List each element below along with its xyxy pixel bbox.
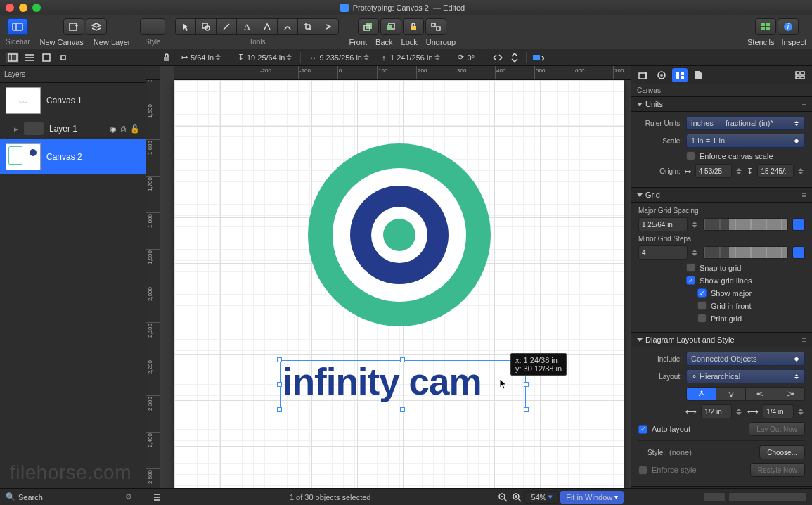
x-field[interactable]: ↦5/64 in: [176, 52, 230, 63]
disclosure-icon[interactable]: ▸: [14, 124, 18, 134]
ruler-origin[interactable]: [146, 66, 160, 80]
close-window[interactable]: [6, 4, 14, 12]
show-major-check[interactable]: Show major: [697, 288, 752, 298]
handle-se[interactable]: [524, 407, 529, 412]
canvas-viewport[interactable]: infinity cam x: 1 24/38 iny: 30 12/38 in: [160, 80, 631, 488]
flip-v-icon[interactable]: [508, 51, 522, 64]
handle-sw[interactable]: [277, 407, 282, 412]
insp-object-icon[interactable]: [636, 68, 651, 82]
zoom-window[interactable]: [32, 4, 41, 12]
horizontal-ruler[interactable]: -200-1000100200300400500600700800900: [174, 66, 631, 80]
insp-properties-icon[interactable]: [654, 68, 669, 82]
style-well[interactable]: [140, 18, 165, 35]
insp-canvas-icon[interactable]: [672, 68, 688, 82]
major-grid-field[interactable]: 1 25/64 in: [638, 217, 688, 231]
align-dropdown[interactable]: [531, 51, 545, 64]
guides-view-icon[interactable]: [56, 51, 70, 64]
diagram-header[interactable]: Diagram Layout and Style≡: [631, 332, 812, 347]
ruler-units-select[interactable]: inches — fractional (in)*: [686, 116, 805, 130]
zoom-field[interactable]: 54% ▾: [524, 491, 559, 504]
tool-shape[interactable]: [195, 18, 217, 35]
handle-w[interactable]: [277, 382, 282, 387]
front-button[interactable]: [358, 18, 379, 35]
tool-text[interactable]: A: [236, 18, 257, 35]
selected-text-object[interactable]: infinity cam: [280, 360, 526, 409]
enforce-style-check[interactable]: Enforce style: [638, 466, 697, 475]
section-menu-icon[interactable]: ≡: [802, 100, 806, 108]
grid-header[interactable]: Grid≡: [631, 187, 812, 203]
minor-grid-field[interactable]: 4: [638, 245, 688, 260]
lock-icon[interactable]: 🔓: [130, 124, 140, 134]
canvas-item-1[interactable]: ▭▭ Canvas 1: [0, 83, 146, 118]
minor-grid-color[interactable]: [792, 246, 805, 259]
stencils-button[interactable]: [755, 18, 776, 35]
back-button[interactable]: [380, 18, 401, 35]
tool-point[interactable]: [277, 18, 298, 35]
layers-view-icon[interactable]: [6, 51, 20, 64]
dir-right[interactable]: [746, 388, 775, 400]
handle-s[interactable]: [400, 407, 405, 412]
w-stepper[interactable]: [363, 52, 370, 63]
layer-item-1[interactable]: ▸ Layer 1 ◉ ⎙ 🔓: [0, 118, 146, 139]
insp-document-icon[interactable]: [690, 68, 706, 82]
flip-h-icon[interactable]: [491, 51, 505, 64]
x-stepper[interactable]: [215, 52, 222, 63]
handle-e[interactable]: [524, 382, 529, 387]
sidebar-toggle[interactable]: [7, 18, 28, 35]
h-field[interactable]: ↕1 241/256 in: [376, 52, 444, 63]
include-select[interactable]: Connected Objects: [686, 352, 805, 366]
dir-down[interactable]: [687, 388, 716, 400]
choose-style-button[interactable]: Choose...: [759, 445, 805, 459]
units-header[interactable]: Units≡: [631, 96, 812, 112]
layers-tab[interactable]: Layers: [4, 70, 25, 78]
fit-window-button[interactable]: Fit in Window ▾: [560, 491, 624, 504]
show-grid-check[interactable]: Show grid lines: [686, 276, 752, 285]
status-swatch-1[interactable]: [704, 493, 725, 501]
scale-select[interactable]: 1 in = 1 in: [686, 134, 805, 148]
tool-browse[interactable]: [318, 18, 339, 35]
canvas-data-header[interactable]: Canvas Data≡: [631, 486, 812, 488]
grid-front-check[interactable]: Grid in front: [697, 301, 751, 310]
selection-view-icon[interactable]: [39, 51, 53, 64]
inspect-button[interactable]: i: [778, 18, 799, 35]
vgap-field[interactable]: 1/2 in: [701, 404, 732, 418]
snap-grid-check[interactable]: Snap to grid: [686, 263, 741, 272]
ungroup-button[interactable]: [425, 18, 446, 35]
y-field[interactable]: ↧19 25/64 in: [233, 52, 296, 63]
search-field[interactable]: 🔍Search: [6, 492, 118, 501]
lock-button[interactable]: [403, 18, 424, 35]
print-icon[interactable]: ⎙: [121, 124, 126, 134]
origin-y-field[interactable]: 15 245/:: [757, 164, 794, 178]
h-stepper[interactable]: [434, 52, 442, 63]
canvas-page[interactable]: infinity cam x: 1 24/38 iny: 30 12/38 in: [174, 80, 624, 488]
major-grid-style[interactable]: [703, 218, 788, 231]
rotation-field[interactable]: ⟳0°: [453, 53, 482, 63]
outline-view-icon[interactable]: [22, 51, 37, 64]
tool-select[interactable]: [175, 18, 196, 35]
zoom-out-button[interactable]: [496, 491, 509, 504]
settings-gear-icon[interactable]: ⚙: [125, 492, 132, 501]
major-grid-color[interactable]: [792, 218, 805, 231]
handle-n[interactable]: [400, 357, 405, 362]
origin-y-stepper[interactable]: [798, 165, 805, 177]
origin-x-field[interactable]: 4 53/25: [695, 164, 732, 178]
w-field[interactable]: ↔9 235/256 in: [305, 52, 373, 63]
status-swatch-2[interactable]: [729, 493, 806, 501]
layout-now-button[interactable]: Lay Out Now: [749, 422, 805, 436]
origin-x-stepper[interactable]: [736, 165, 743, 177]
new-layer-button[interactable]: [86, 18, 107, 35]
enforce-scale-check[interactable]: Enforce canvas scale: [686, 151, 773, 160]
dir-left[interactable]: [775, 388, 804, 400]
insp-sections-icon[interactable]: [792, 68, 808, 82]
layout-direction-segment[interactable]: [686, 387, 805, 401]
canvas-item-2[interactable]: Canvas 2: [0, 139, 146, 174]
y-stepper[interactable]: [286, 52, 293, 63]
vertical-ruler[interactable]: 1,4001,5001,6001,7001,8001,9002,0002,100…: [146, 80, 160, 488]
auto-layout-check[interactable]: Auto layout: [638, 425, 690, 434]
zoom-in-button[interactable]: [510, 491, 523, 504]
minimize-window[interactable]: [19, 4, 27, 12]
view-mode-icon[interactable]: [150, 491, 164, 504]
lock-origin-icon[interactable]: [160, 51, 174, 64]
print-grid-check[interactable]: Print grid: [697, 314, 742, 323]
tool-crop[interactable]: [297, 18, 318, 35]
